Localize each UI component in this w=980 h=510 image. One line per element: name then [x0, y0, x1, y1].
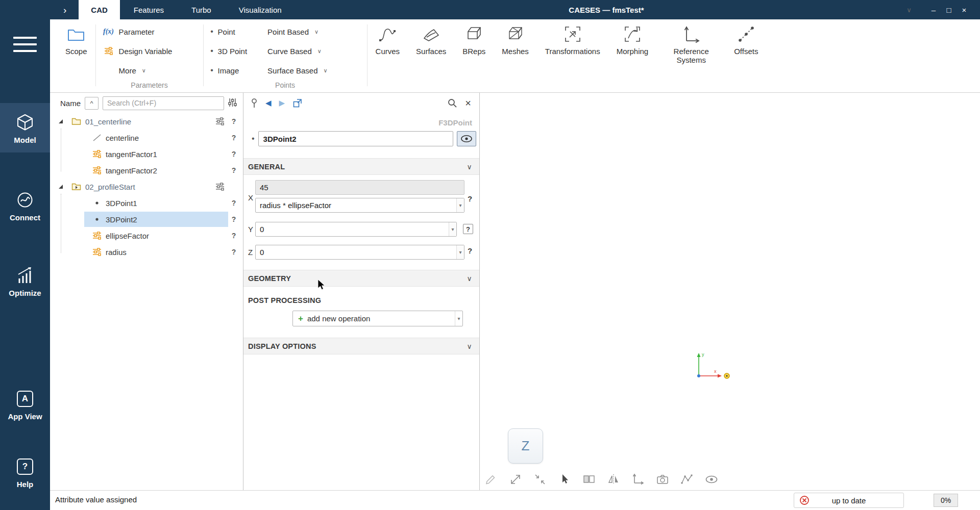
- detach-panel-icon[interactable]: [292, 98, 303, 108]
- update-state-indicator[interactable]: up to date: [794, 493, 904, 508]
- tree-expanded-arrow-icon[interactable]: [58, 119, 64, 124]
- sidebar-item-optimize[interactable]: Optimize: [0, 265, 50, 297]
- bullet-icon: •: [210, 46, 214, 56]
- chevron-down-icon: ∨: [317, 48, 322, 55]
- scope-button[interactable]: Scope: [57, 19, 95, 92]
- y-help-button[interactable]: ?: [463, 224, 473, 234]
- z-value-input[interactable]: [255, 245, 464, 260]
- z-axis-view-cube[interactable]: Z: [508, 428, 543, 464]
- search-icon[interactable]: [447, 98, 457, 108]
- parameter-button[interactable]: f(x) Parameter: [102, 22, 197, 41]
- tree-row-ellipsefactor[interactable]: ellipseFactor ?: [50, 227, 243, 244]
- connect-icon: [0, 190, 50, 210]
- bullet-icon: •: [210, 27, 214, 36]
- optimize-icon: [0, 265, 50, 286]
- measure-polyline-icon[interactable]: [680, 473, 694, 486]
- tab-visualization[interactable]: Visualization: [225, 0, 296, 19]
- morphing-button[interactable]: Morphing: [608, 19, 657, 92]
- sidebar-item-connect[interactable]: Connect: [0, 190, 50, 222]
- select-cursor-icon[interactable]: [558, 473, 571, 486]
- visibility-eye-icon[interactable]: [705, 473, 718, 486]
- sliders-config-icon[interactable]: [215, 117, 225, 125]
- meshes-button[interactable]: Meshes: [494, 19, 537, 92]
- z-help-icon[interactable]: ?: [468, 246, 472, 255]
- application-window: Model Connect Optimize A: [0, 0, 980, 510]
- update-state-label: up to date: [832, 496, 866, 505]
- point-icon: [92, 199, 102, 207]
- breps-button[interactable]: BReps: [454, 19, 494, 92]
- dropdown-arrow-icon[interactable]: ▾: [456, 198, 464, 212]
- sidebar-item-app-view[interactable]: A App View: [0, 389, 50, 421]
- point-button[interactable]: • Point: [210, 22, 248, 41]
- x-help-icon[interactable]: ?: [468, 194, 472, 203]
- coordinate-axes-icon[interactable]: [631, 473, 645, 486]
- point-based-dropdown[interactable]: Point Based ∨: [267, 22, 327, 41]
- section-geometry[interactable]: GEOMETRY ∨: [243, 270, 479, 287]
- forward-button[interactable]: ▶: [279, 98, 285, 108]
- tree-row-radius[interactable]: radius ?: [50, 244, 243, 260]
- tree-row-02-profilestart[interactable]: 02_profileStart: [50, 178, 243, 195]
- sidebar-item-model[interactable]: Model: [0, 103, 50, 152]
- pin-icon[interactable]: [251, 98, 258, 108]
- x-expression-input[interactable]: [255, 198, 464, 213]
- tree-row-tangentfactor2[interactable]: tangentFactor2 ?: [50, 162, 243, 178]
- 3d-viewport[interactable]: y x Z: [480, 93, 980, 490]
- tree-row-tangentfactor1[interactable]: tangentFactor1 ?: [50, 146, 243, 162]
- minimize-button[interactable]: –: [926, 6, 941, 14]
- tree-expanded-arrow-icon[interactable]: [58, 184, 64, 190]
- hamburger-menu-icon[interactable]: [13, 37, 37, 57]
- 3d-point-button[interactable]: • 3D Point: [210, 41, 248, 61]
- dropdown-arrow-icon[interactable]: ▾: [456, 245, 464, 259]
- tab-turbo[interactable]: Turbo: [178, 0, 225, 19]
- camera-icon[interactable]: [656, 473, 669, 486]
- dropdown-arrow-icon[interactable]: ▾: [455, 311, 462, 326]
- tree-row-centerline[interactable]: centerline ?: [50, 130, 243, 146]
- curve-based-dropdown[interactable]: Curve Based ∨: [267, 41, 327, 61]
- tree-row-3dpoint2-selected[interactable]: 3DPoint2 ?: [50, 211, 243, 227]
- dropdown-arrow-icon[interactable]: ▾: [449, 222, 456, 236]
- maximize-button[interactable]: □: [941, 6, 957, 14]
- surface-based-dropdown[interactable]: Surface Based ∨: [267, 61, 327, 80]
- edit-pencil-icon[interactable]: [484, 473, 498, 486]
- point-bullet-icon: •: [252, 134, 255, 143]
- sidebar-item-label: App View: [0, 412, 50, 421]
- sliders-config-icon[interactable]: [215, 183, 225, 191]
- visibility-toggle-button[interactable]: [457, 131, 476, 146]
- filter-icon[interactable]: [228, 98, 237, 109]
- image-button[interactable]: • Image: [210, 61, 248, 80]
- ribbon-collapse-icon[interactable]: ∨: [901, 7, 917, 13]
- parameters-group: f(x) Parameter Design Variable More ∨ Pa…: [96, 19, 203, 92]
- close-panel-icon[interactable]: ×: [465, 98, 471, 108]
- sidebar-item-help[interactable]: ? Help: [0, 456, 50, 489]
- more-button[interactable]: More ∨: [102, 61, 197, 80]
- y-value-input[interactable]: [255, 222, 457, 237]
- close-button[interactable]: ×: [957, 6, 972, 14]
- surfaces-button[interactable]: Surfaces: [408, 19, 454, 92]
- sort-direction-button[interactable]: ^: [85, 97, 99, 110]
- tree-row-01-centerline[interactable]: 01_centerline ?: [50, 113, 243, 130]
- split-view-icon[interactable]: [582, 473, 596, 486]
- mirror-icon[interactable]: [607, 473, 620, 486]
- offsets-button[interactable]: Offsets: [726, 19, 766, 92]
- z-value-wrap: ▾: [255, 245, 464, 260]
- panel-expand-icon[interactable]: ›: [63, 5, 66, 15]
- back-button[interactable]: ◀: [265, 98, 272, 108]
- dependency-question-badge: ?: [229, 117, 239, 125]
- design-variable-button[interactable]: Design Variable: [102, 41, 197, 61]
- tree-row-3dpoint1[interactable]: 3DPoint1 ?: [50, 195, 243, 211]
- curves-button[interactable]: Curves: [368, 19, 408, 92]
- tab-cad[interactable]: CAD: [79, 0, 120, 19]
- transformations-button[interactable]: Transformations: [537, 19, 608, 92]
- z-coordinate-label: Z: [248, 248, 253, 257]
- tree-search-input[interactable]: [103, 96, 224, 110]
- object-tree-panel: Name ^ 01_centerline ?: [50, 93, 243, 490]
- reference-systems-button[interactable]: Reference Systems: [656, 19, 726, 92]
- object-name-input[interactable]: [258, 131, 453, 146]
- design-variable-icon: [92, 232, 102, 240]
- tab-features[interactable]: Features: [120, 0, 178, 19]
- section-general[interactable]: GENERAL ∨: [243, 158, 479, 175]
- zoom-selected-icon[interactable]: [533, 473, 547, 486]
- add-operation-button[interactable]: + add new operation ▾: [292, 311, 463, 326]
- section-display-options[interactable]: DISPLAY OPTIONS ∨: [243, 338, 479, 354]
- zoom-extents-icon[interactable]: [509, 473, 522, 486]
